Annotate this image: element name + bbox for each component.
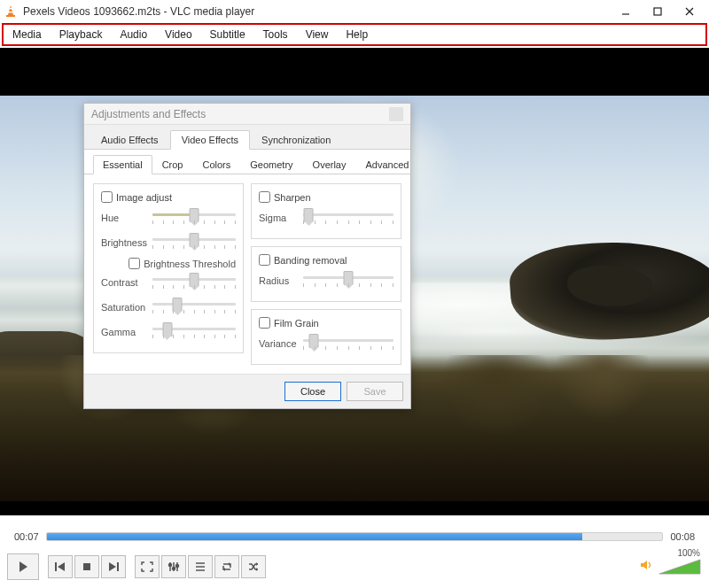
sharpen-group: Sharpen Sigma — [251, 183, 401, 239]
vlc-cone-icon — [4, 4, 18, 19]
filmgrain-group: Film Grain Variance — [251, 309, 401, 365]
tab-video-effects[interactable]: Video Effects — [170, 130, 250, 150]
menu-subtitle[interactable]: Subtitle — [201, 26, 254, 43]
window-maximize-button[interactable] — [642, 1, 674, 22]
subtab-advanced[interactable]: Advanced — [355, 155, 418, 174]
dialog-titlebar[interactable]: Adjustments and Effects — [84, 104, 410, 125]
tab-synchronization[interactable]: Synchronization — [250, 130, 342, 150]
dialog-title: Adjustments and Effects — [91, 108, 206, 120]
stop-button[interactable] — [74, 555, 99, 578]
gamma-label: Gamma — [101, 327, 147, 337]
menu-view[interactable]: View — [297, 26, 338, 43]
time-bar: 00:07 00:08 — [14, 528, 695, 545]
menubar: Media Playback Audio Video Subtitle Tool… — [4, 25, 705, 44]
save-button[interactable]: Save — [347, 382, 403, 401]
subtab-overlay[interactable]: Overlay — [303, 155, 356, 174]
subtab-crop[interactable]: Crop — [152, 155, 193, 174]
brightness-threshold-label: Brightness Threshold — [144, 259, 236, 269]
window-close-button[interactable] — [674, 1, 705, 22]
fullscreen-button[interactable] — [135, 555, 160, 578]
menubar-highlight: Media Playback Audio Video Subtitle Tool… — [2, 23, 707, 46]
menu-media[interactable]: Media — [4, 26, 51, 43]
window-titlebar: Pexels Videos 1093662.m2ts - VLC media p… — [0, 0, 709, 23]
menu-tools[interactable]: Tools — [254, 26, 297, 43]
essential-right-col: Sharpen Sigma Banding removal Radius — [251, 183, 401, 365]
saturation-label: Saturation — [101, 302, 147, 313]
hue-label: Hue — [101, 213, 147, 223]
svg-rect-9 — [117, 562, 119, 571]
svg-rect-7 — [55, 562, 57, 571]
volume-slider[interactable]: 100% — [658, 557, 702, 576]
variance-slider[interactable] — [303, 334, 393, 353]
menu-playback[interactable]: Playback — [51, 26, 112, 43]
play-button[interactable] — [7, 553, 39, 580]
dialog-close-icon[interactable] — [389, 107, 403, 121]
svg-point-14 — [173, 568, 175, 570]
tab-audio-effects[interactable]: Audio Effects — [90, 130, 170, 150]
sharpen-label: Sharpen — [274, 192, 311, 203]
svg-rect-8 — [83, 563, 90, 570]
contrast-slider[interactable] — [152, 273, 236, 292]
essential-panel: Image adjust Hue Brightness Brightness T… — [84, 174, 410, 374]
menu-audio[interactable]: Audio — [111, 26, 156, 43]
effects-dialog: Adjustments and Effects Audio Effects Vi… — [83, 103, 411, 409]
extended-settings-button[interactable] — [161, 555, 186, 578]
variance-label: Variance — [259, 338, 298, 349]
filmgrain-label: Film Grain — [274, 318, 319, 329]
brightness-label: Brightness — [101, 237, 147, 248]
sigma-slider[interactable] — [303, 208, 393, 228]
banding-checkbox[interactable] — [259, 254, 270, 266]
banding-group: Banding removal Radius — [251, 246, 401, 302]
saturation-slider[interactable] — [152, 298, 236, 317]
seek-fill — [47, 533, 583, 540]
hue-slider[interactable] — [152, 208, 236, 228]
image-adjust-label: Image adjust — [116, 192, 172, 203]
window-title: Pexels Videos 1093662.m2ts - VLC media p… — [23, 5, 610, 18]
image-adjust-checkbox[interactable] — [101, 191, 113, 203]
time-elapsed: 00:07 — [14, 531, 39, 542]
shuffle-button[interactable] — [241, 555, 266, 578]
brightness-slider[interactable] — [152, 233, 236, 252]
close-button[interactable]: Close — [284, 382, 341, 401]
gamma-slider[interactable] — [152, 322, 236, 342]
essential-left-col: Image adjust Hue Brightness Brightness T… — [93, 183, 244, 365]
svg-rect-1 — [9, 8, 13, 9]
menu-video[interactable]: Video — [156, 26, 200, 43]
video-area: Adjustments and Effects Audio Effects Vi… — [0, 48, 709, 515]
image-adjust-group: Image adjust Hue Brightness Brightness T… — [93, 183, 244, 353]
player-controls: 100% — [0, 551, 709, 583]
volume-control: 100% — [640, 557, 702, 576]
filmgrain-checkbox[interactable] — [259, 317, 270, 329]
radius-slider[interactable] — [303, 271, 393, 290]
volume-label: 100% — [677, 548, 700, 558]
svg-rect-4 — [654, 8, 661, 15]
sharpen-checkbox[interactable] — [259, 191, 270, 203]
time-total: 00:08 — [670, 531, 695, 542]
subtab-geometry[interactable]: Geometry — [240, 155, 302, 174]
speaker-icon[interactable] — [640, 559, 654, 575]
subtab-colors[interactable]: Colors — [192, 155, 240, 174]
svg-rect-0 — [6, 15, 15, 17]
video-effects-subtabs: Essential Crop Colors Geometry Overlay A… — [84, 150, 410, 174]
previous-button[interactable] — [48, 555, 73, 578]
svg-point-15 — [176, 565, 179, 568]
svg-rect-2 — [8, 12, 13, 12]
window-minimize-button[interactable] — [610, 1, 642, 22]
svg-point-13 — [169, 564, 172, 567]
brightness-threshold-checkbox[interactable] — [129, 258, 140, 269]
seek-slider[interactable] — [46, 532, 664, 541]
sigma-label: Sigma — [259, 213, 298, 223]
dialog-button-row: Close Save — [84, 374, 410, 408]
radius-label: Radius — [259, 275, 298, 286]
playlist-button[interactable] — [188, 555, 213, 578]
banding-label: Banding removal — [274, 255, 347, 266]
menu-help[interactable]: Help — [337, 26, 377, 43]
loop-button[interactable] — [214, 555, 239, 578]
contrast-label: Contrast — [101, 277, 147, 288]
next-button[interactable] — [101, 555, 126, 578]
effects-top-tabs: Audio Effects Video Effects Synchronizat… — [84, 125, 410, 150]
subtab-essential[interactable]: Essential — [93, 155, 152, 174]
